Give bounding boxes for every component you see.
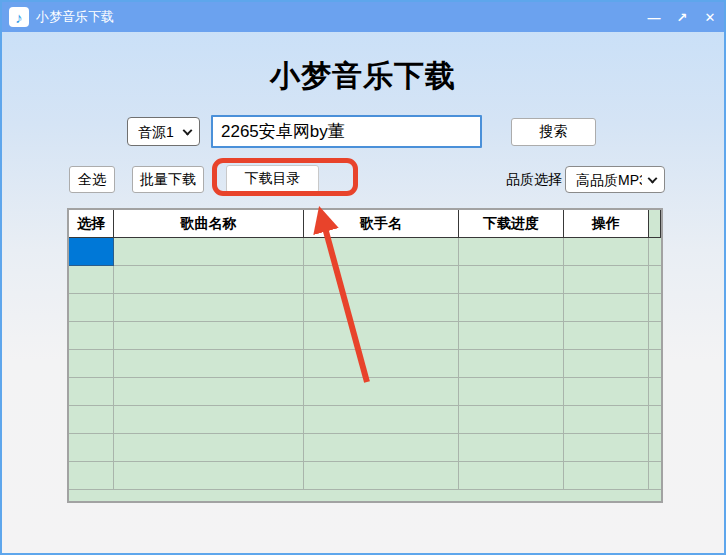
select-all-button[interactable]: 全选 <box>69 166 115 193</box>
table-row <box>69 238 661 266</box>
column-header: 歌曲名称 <box>114 210 304 238</box>
table-cell[interactable] <box>304 322 459 350</box>
table-cell[interactable] <box>69 322 114 350</box>
download-directory-button[interactable]: 下载目录 <box>226 165 319 193</box>
table-cell[interactable] <box>459 434 564 462</box>
table-gutter <box>649 210 661 238</box>
table-cell[interactable] <box>564 266 649 294</box>
table-cell[interactable] <box>69 266 114 294</box>
source-select-control[interactable]: 音源1 <box>127 117 200 146</box>
table-cell[interactable] <box>114 238 304 266</box>
batch-download-button[interactable]: 批量下载 <box>132 166 204 193</box>
search-button[interactable]: 搜索 <box>511 118 596 146</box>
table-cell[interactable] <box>564 434 649 462</box>
table-cell[interactable] <box>304 434 459 462</box>
table-gutter <box>649 322 661 350</box>
quality-select[interactable]: 高品质MP3 <box>565 166 665 193</box>
table-cell[interactable] <box>459 238 564 266</box>
table-cell[interactable] <box>304 294 459 322</box>
table-cell[interactable] <box>459 378 564 406</box>
table-cell[interactable] <box>304 462 459 490</box>
table-row <box>69 406 661 434</box>
table-row <box>69 294 661 322</box>
table-bottom-strip <box>69 490 661 501</box>
table-gutter <box>649 238 661 266</box>
table-cell[interactable] <box>114 350 304 378</box>
table-cell[interactable] <box>114 266 304 294</box>
table-cell[interactable] <box>114 322 304 350</box>
table-cell[interactable] <box>564 350 649 378</box>
table-gutter <box>649 434 661 462</box>
table-cell[interactable] <box>114 406 304 434</box>
table-cell[interactable] <box>459 266 564 294</box>
table-cell[interactable] <box>69 294 114 322</box>
page-title: 小梦音乐下载 <box>2 56 724 97</box>
table-row <box>69 322 661 350</box>
table-gutter <box>649 294 661 322</box>
table-cell[interactable] <box>304 378 459 406</box>
quality-label: 品质选择 <box>506 171 562 189</box>
table-cell[interactable] <box>564 462 649 490</box>
window-controls: — ↗ ✕ <box>640 2 724 32</box>
table-gutter <box>649 350 661 378</box>
column-header: 操作 <box>564 210 649 238</box>
table-cell[interactable] <box>304 266 459 294</box>
maximize-button[interactable]: ↗ <box>668 2 696 32</box>
table-gutter <box>649 266 661 294</box>
results-table: 选择歌曲名称歌手名下载进度操作 <box>67 208 663 503</box>
minimize-button[interactable]: — <box>640 2 668 32</box>
table-cell[interactable] <box>564 322 649 350</box>
table-cell[interactable] <box>564 238 649 266</box>
table-cell[interactable] <box>564 378 649 406</box>
music-note-icon: ♪ <box>9 7 29 27</box>
table-cell[interactable] <box>304 238 459 266</box>
window-title: 小梦音乐下载 <box>36 8 114 26</box>
table-cell[interactable] <box>564 294 649 322</box>
table-row <box>69 462 661 490</box>
quality-select-control[interactable]: 高品质MP3 <box>565 166 665 193</box>
table-cell[interactable] <box>114 434 304 462</box>
source-select[interactable]: 音源1 <box>127 117 200 146</box>
table-cell[interactable] <box>69 378 114 406</box>
table-row <box>69 350 661 378</box>
table-cell[interactable] <box>69 406 114 434</box>
table-cell[interactable] <box>304 406 459 434</box>
column-header: 选择 <box>69 210 114 238</box>
table-row <box>69 434 661 462</box>
table-cell[interactable] <box>69 350 114 378</box>
table-gutter <box>649 406 661 434</box>
selected-cell[interactable] <box>69 238 114 266</box>
table-gutter <box>649 378 661 406</box>
table-cell[interactable] <box>564 406 649 434</box>
search-input[interactable] <box>211 115 482 148</box>
app-window: ♪ 小梦音乐下载 — ↗ ✕ 小梦音乐下载 音源1 搜索 全选 批量下载 下载目… <box>0 0 726 555</box>
table-cell[interactable] <box>114 378 304 406</box>
table-cell[interactable] <box>114 462 304 490</box>
table-cell[interactable] <box>69 434 114 462</box>
table-gutter <box>649 462 661 490</box>
table-cell[interactable] <box>304 350 459 378</box>
table-cell[interactable] <box>114 294 304 322</box>
table-row <box>69 378 661 406</box>
table-cell[interactable] <box>459 462 564 490</box>
table-row <box>69 266 661 294</box>
close-button[interactable]: ✕ <box>696 2 724 32</box>
table-cell[interactable] <box>459 350 564 378</box>
table-cell[interactable] <box>459 406 564 434</box>
table-cell[interactable] <box>459 322 564 350</box>
titlebar: ♪ 小梦音乐下载 — ↗ ✕ <box>2 2 724 32</box>
column-header: 下载进度 <box>459 210 564 238</box>
column-header: 歌手名 <box>304 210 459 238</box>
table-cell[interactable] <box>459 294 564 322</box>
table-cell[interactable] <box>69 462 114 490</box>
